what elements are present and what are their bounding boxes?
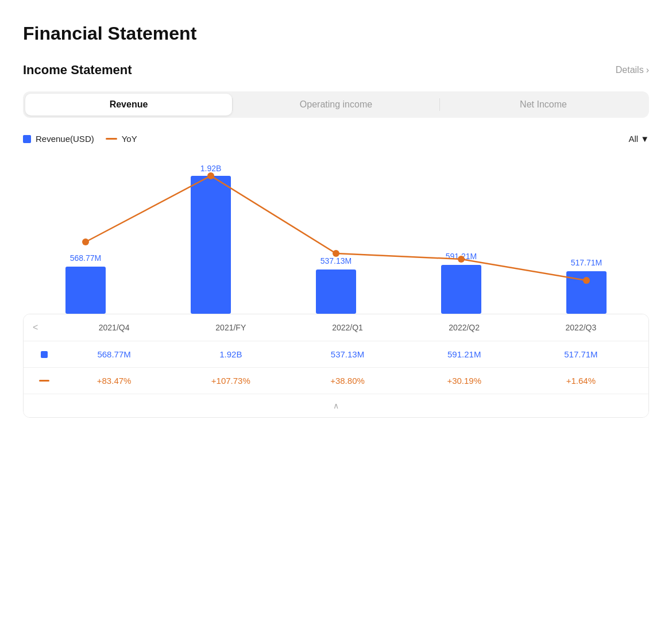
line-legend-label: YoY [122, 134, 137, 144]
collapse-row: ∧ [24, 394, 648, 417]
col-2021fy: 2021/FY [172, 323, 289, 332]
yoy-dot-fy [207, 172, 214, 179]
col-2022q1: 2022/Q1 [289, 323, 405, 332]
tab-operating-income[interactable]: Operating income [233, 94, 439, 115]
bar-2022q1 [316, 269, 356, 314]
filter-dropdown[interactable]: All ▼ [628, 134, 649, 144]
yoy-q4: +83.47% [56, 376, 172, 386]
yoy-dot-q3 [583, 277, 590, 284]
page-title: Financial Statement [23, 23, 649, 44]
yoy-dot-q1 [333, 250, 339, 257]
bar-2021q4 [65, 267, 106, 314]
revenue-fy: 1.92B [172, 349, 289, 359]
legend-line: YoY [106, 134, 137, 144]
revenue-q3: 517.71M [523, 349, 639, 359]
section-header: Income Statement Details › [23, 63, 649, 78]
tab-bar: Revenue Operating income Net Income [23, 91, 649, 118]
col-2022q2: 2022/Q2 [406, 323, 523, 332]
svg-text:568.77M: 568.77M [70, 253, 101, 263]
revenue-icon [33, 351, 56, 358]
revenue-q1: 537.13M [289, 349, 405, 359]
yoy-dash-icon [39, 380, 49, 382]
tab-revenue[interactable]: Revenue [25, 94, 232, 115]
yoy-dot-q4 [82, 238, 89, 245]
data-table: < 2021/Q4 2021/FY 2022/Q1 2022/Q2 2022/Q… [23, 314, 649, 418]
bar-legend-icon [23, 135, 31, 143]
legend-items: Revenue(USD) YoY [23, 134, 137, 144]
svg-text:517.71M: 517.71M [571, 258, 602, 267]
line-legend-icon [106, 138, 117, 140]
revenue-box-icon [41, 351, 48, 358]
yoy-icon [33, 380, 56, 382]
yoy-q2: +30.19% [406, 376, 523, 386]
tab-net-income[interactable]: Net Income [440, 94, 647, 115]
details-link[interactable]: Details › [616, 65, 649, 75]
bar-legend-label: Revenue(USD) [36, 134, 94, 144]
section-title: Income Statement [23, 63, 132, 78]
table-row-yoy: +83.47% +107.73% +38.80% +30.19% +1.64% [24, 368, 648, 394]
yoy-fy: +107.73% [172, 376, 289, 386]
col-2022q3: 2022/Q3 [523, 323, 639, 332]
details-label: Details [616, 65, 644, 75]
nav-prev-arrow[interactable]: < [33, 322, 56, 333]
yoy-dot-q2 [458, 256, 465, 263]
bar-2022q2 [441, 265, 481, 314]
dropdown-arrow-icon: ▼ [640, 134, 649, 144]
chart-svg: 568.77M 1.92B 537.13M 591.21M 517.71M [23, 153, 649, 314]
revenue-q4: 568.77M [56, 349, 172, 359]
legend-row: Revenue(USD) YoY All ▼ [23, 134, 649, 144]
svg-text:1.92B: 1.92B [200, 164, 222, 173]
revenue-q2: 591.21M [406, 349, 523, 359]
table-row-revenue: 568.77M 1.92B 537.13M 591.21M 517.71M [24, 341, 648, 368]
filter-label: All [628, 134, 638, 144]
legend-bar: Revenue(USD) [23, 134, 94, 144]
yoy-q3: +1.64% [523, 376, 639, 386]
collapse-button[interactable]: ∧ [333, 401, 339, 410]
table-header: < 2021/Q4 2021/FY 2022/Q1 2022/Q2 2022/Q… [24, 314, 648, 341]
yoy-q1: +38.80% [289, 376, 405, 386]
col-2021q4: 2021/Q4 [56, 323, 172, 332]
bar-2021fy [191, 176, 231, 314]
chart-area: 568.77M 1.92B 537.13M 591.21M 517.71M [23, 153, 649, 314]
svg-text:537.13M: 537.13M [320, 256, 352, 265]
chevron-right-icon: › [646, 65, 649, 75]
